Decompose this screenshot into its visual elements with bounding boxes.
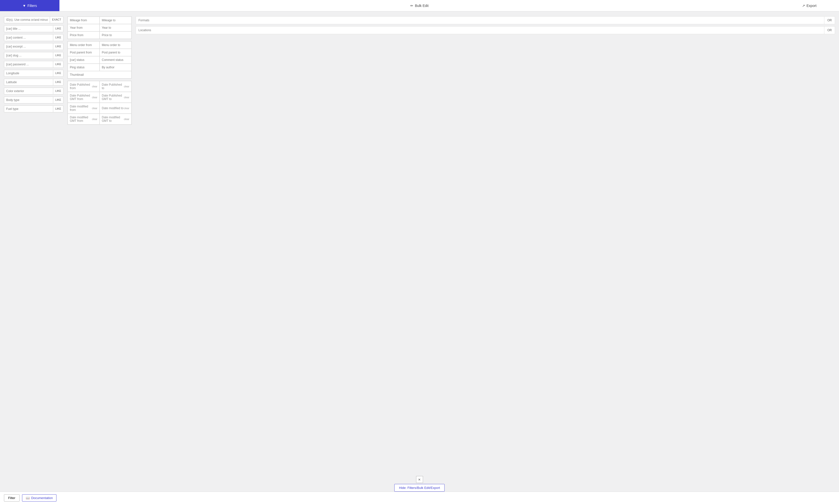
export-tab[interactable]: ↗ Export (780, 4, 839, 8)
export-label: Export (806, 4, 817, 8)
menu-order-from-input[interactable] (70, 43, 97, 47)
left-column: EXACT LIKE LIKE LIKE LIKE LIKE L (4, 16, 64, 114)
date-modified-to-clear[interactable]: clear (124, 107, 129, 110)
date-published-gmt-from-label: Date Published GMT from (70, 94, 92, 101)
date-modified-gmt-to-clear[interactable]: clear (124, 118, 129, 121)
locations-or-badge: OR (824, 26, 835, 34)
date-published-gmt-from-cell: Date Published GMT from clear (68, 92, 100, 103)
field-row-slug: LIKE (4, 52, 64, 59)
ping-status-cell (68, 64, 100, 71)
fuel-type-badge: LIKE (53, 106, 64, 112)
mileage-from-cell (68, 17, 100, 24)
car-status-input[interactable] (70, 58, 97, 61)
date-published-to-label: Date Published to (102, 83, 124, 90)
price-to-input[interactable] (102, 33, 129, 37)
content-badge: LIKE (53, 34, 64, 41)
date-published-from-cell: Date Published from clear (68, 81, 100, 92)
menu-order-from-cell (68, 41, 100, 49)
thumbnail-cell (68, 71, 131, 78)
body-type-input[interactable] (4, 96, 53, 104)
fuel-type-input[interactable] (4, 106, 53, 112)
comment-status-input[interactable] (102, 58, 129, 61)
content-input[interactable] (4, 34, 53, 41)
excerpt-badge: LIKE (53, 43, 64, 50)
menu-order-to-cell (100, 41, 131, 49)
ping-status-input[interactable] (70, 66, 97, 69)
by-author-cell (100, 64, 131, 71)
field-row-password: LIKE (4, 61, 64, 68)
filters-label: Filters (28, 4, 37, 8)
filters-tab[interactable]: ▼ Filters (0, 0, 59, 11)
date-modified-gmt-to-label: Date modified GMT to (102, 115, 124, 123)
mileage-to-cell (100, 17, 131, 24)
field-row-content: LIKE (4, 34, 64, 41)
thumbnail-input[interactable] (70, 73, 129, 76)
title-input[interactable] (4, 25, 53, 32)
excerpt-input[interactable] (4, 43, 53, 50)
longitude-badge: LIKE (53, 70, 64, 77)
year-to-input[interactable] (102, 26, 129, 30)
body-type-badge: LIKE (53, 96, 64, 104)
mid-column: Date Published from clear Date Published… (67, 16, 132, 125)
date-published-from-label: Date Published from (70, 83, 92, 90)
year-from-input[interactable] (70, 26, 97, 30)
right-column: OR OR (136, 16, 835, 36)
formats-input[interactable] (136, 17, 824, 24)
date-modified-from-cell: Date modified from clear (68, 103, 100, 114)
slug-input[interactable] (4, 52, 53, 59)
bulk-edit-tab[interactable]: ✏ Bulk Edit (59, 4, 780, 8)
color-badge: LIKE (53, 88, 64, 94)
price-from-cell (68, 32, 100, 39)
locations-input[interactable] (136, 26, 824, 34)
formats-or-badge: OR (824, 17, 835, 24)
pencil-icon: ✏ (410, 4, 413, 8)
date-modified-gmt-from-clear[interactable]: clear (92, 118, 97, 121)
mileage-from-input[interactable] (70, 19, 97, 22)
year-from-cell (68, 24, 100, 32)
field-row-longitude: LIKE (4, 70, 64, 77)
menu-order-to-input[interactable] (102, 43, 129, 47)
date-published-gmt-to-label: Date Published GMT to (102, 94, 124, 101)
date-published-to-cell: Date Published to clear (100, 81, 131, 92)
post-parent-from-cell (68, 49, 100, 56)
date-published-gmt-from-clear[interactable]: clear (92, 96, 97, 99)
locations-field: OR (136, 26, 835, 34)
field-row-latitude: LIKE (4, 79, 64, 86)
slug-badge: LIKE (53, 52, 64, 59)
date-published-gmt-to-cell: Date Published GMT to clear (100, 92, 131, 103)
field-row-title: LIKE (4, 25, 64, 32)
date-modified-gmt-from-label: Date modified GMT from (70, 115, 92, 123)
password-badge: LIKE (53, 61, 64, 68)
comment-status-cell (100, 56, 131, 64)
date-published-from-clear[interactable]: clear (92, 85, 97, 88)
field-row-fuel-type: LIKE (4, 106, 64, 112)
title-badge: LIKE (53, 25, 64, 32)
date-modified-from-clear[interactable]: clear (92, 107, 97, 110)
price-from-input[interactable] (70, 33, 97, 37)
field-row-excerpt: LIKE (4, 43, 64, 50)
bulk-edit-label: Bulk Edit (415, 4, 428, 8)
color-input[interactable] (4, 88, 53, 94)
by-author-input[interactable] (102, 66, 129, 69)
date-modified-gmt-from-cell: Date modified GMT from clear (68, 114, 100, 125)
date-published-to-clear[interactable]: clear (124, 85, 129, 88)
latitude-badge: LIKE (53, 79, 64, 86)
formats-field: OR (136, 16, 835, 24)
post-parent-from-input[interactable] (70, 51, 97, 54)
year-to-cell (100, 24, 131, 32)
latitude-input[interactable] (4, 79, 53, 86)
date-modified-to-cell: Date modified to clear (100, 103, 131, 114)
main-content: EXACT LIKE LIKE LIKE LIKE LIKE L (0, 12, 839, 130)
field-row-body-type: LIKE (4, 96, 64, 104)
post-parent-to-input[interactable] (102, 51, 129, 54)
id-badge: EXACT (50, 16, 64, 23)
filter-icon: ▼ (22, 4, 26, 8)
mileage-to-input[interactable] (102, 19, 129, 22)
date-modified-to-label: Date modified to (102, 106, 123, 110)
date-modified-from-label: Date modified from (70, 105, 92, 112)
password-input[interactable] (4, 61, 53, 68)
id-input[interactable] (4, 16, 50, 23)
date-published-gmt-to-clear[interactable]: clear (124, 96, 129, 99)
longitude-input[interactable] (4, 70, 53, 77)
field-row-id: EXACT (4, 16, 64, 23)
